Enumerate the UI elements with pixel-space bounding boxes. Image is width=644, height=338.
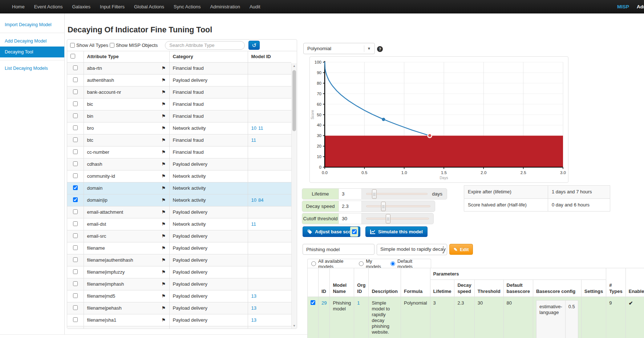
attribute-row-checkbox[interactable]	[73, 113, 78, 118]
spinner-up-icon[interactable]: ▲	[442, 245, 445, 248]
radio-all-available-models[interactable]	[311, 261, 316, 266]
attribute-row-checkbox[interactable]	[73, 221, 78, 226]
attribute-row-checkbox[interactable]	[73, 185, 78, 190]
slider-value-input-decay-speed[interactable]	[339, 201, 362, 212]
edit-model-button[interactable]: ✎ Edit	[449, 244, 473, 255]
misp-logo[interactable]: MISP	[617, 4, 629, 9]
attribute-model-id-cell: 1011	[248, 122, 291, 134]
show-misp-objects-checkbox[interactable]	[110, 43, 114, 48]
attribute-row-checkbox[interactable]	[73, 293, 78, 298]
search-attribute-type-input[interactable]	[165, 41, 245, 50]
threshold-crossing-marker[interactable]	[428, 134, 432, 138]
model-id-link-13[interactable]: 13	[251, 317, 256, 323]
model-id-link-13[interactable]: 13	[251, 305, 256, 311]
sidebar-item-decaying-tool[interactable]: Decaying Tool	[0, 47, 64, 57]
show-all-types-checkbox[interactable]	[70, 43, 75, 48]
attribute-row-checkbox[interactable]	[73, 269, 78, 274]
attribute-row-checkbox[interactable]	[73, 197, 78, 202]
model-id-link-10[interactable]: 10	[251, 125, 256, 131]
nav-item-administration[interactable]: Administration	[206, 4, 245, 9]
slider-handle-cutoff-threshold[interactable]	[386, 214, 390, 224]
col-header-formula: Formula	[401, 268, 430, 297]
nav-item-event-actions[interactable]: Event Actions	[29, 4, 68, 9]
nav-item-home[interactable]: Home	[7, 4, 29, 9]
attribute-row-checkbox[interactable]	[73, 317, 78, 322]
slider-track-lifetime[interactable]	[366, 193, 428, 195]
attribute-model-id-cell	[248, 278, 291, 290]
history-refresh-icon: ↺	[252, 42, 257, 48]
resize-grip-icon[interactable]: ◢	[442, 251, 444, 254]
basescore-config-value: 0.5	[565, 301, 578, 338]
nav-item-galaxies[interactable]: Galaxies	[67, 4, 95, 9]
model-id-link-13[interactable]: 13	[251, 293, 256, 299]
sidebar-section-divider	[0, 60, 64, 60]
attribute-row-checkbox[interactable]	[73, 89, 78, 94]
model-id-link-11[interactable]: 11	[258, 125, 263, 131]
attribute-type-label: btc	[87, 137, 93, 143]
attribute-category-cell: Network activity	[169, 194, 248, 206]
radio-default-models[interactable]	[390, 261, 395, 266]
sidebar-item-list-decaying-models[interactable]: List Decaying Models	[0, 63, 64, 74]
y-tick-label: 60	[317, 102, 321, 106]
formula-select[interactable]: Polynomial ▼	[303, 43, 375, 54]
slider-handle-decay-speed[interactable]	[381, 202, 386, 211]
slider-track-decay-speed[interactable]	[366, 205, 430, 207]
attribute-row-checkbox[interactable]	[73, 209, 78, 214]
curve-point-marker[interactable]	[382, 118, 385, 121]
model-id-link[interactable]: 29	[321, 300, 327, 306]
attribute-row-checkbox[interactable]	[73, 257, 78, 262]
nav-item-global-actions[interactable]: Global Actions	[129, 4, 169, 9]
attribute-row-checkbox[interactable]	[73, 281, 78, 286]
nav-item-input-filters[interactable]: Input Filters	[95, 4, 129, 9]
sidebar-item-import-decaying-model[interactable]: Import Decaying Model	[0, 19, 64, 30]
col-header-threshold: Threshold	[474, 280, 503, 297]
user-menu[interactable]: Admin	[637, 4, 644, 9]
model-id-link-11[interactable]: 11	[251, 137, 256, 143]
model-id-link-84[interactable]: 84	[258, 197, 263, 203]
model-row-checkbox[interactable]	[311, 300, 315, 305]
attribute-row-checkbox[interactable]	[73, 77, 78, 82]
select-all-checkbox[interactable]	[70, 54, 75, 59]
model-row: 29 Phishing model 1 Simple model to rapi…	[308, 297, 644, 338]
slider-track-cutoff-threshold[interactable]	[366, 218, 429, 220]
help-icon[interactable]: ?	[377, 46, 383, 52]
slider-row-decay-speed: Decay speed	[302, 201, 435, 212]
model-name-input[interactable]	[303, 244, 374, 255]
attribute-row-checkbox[interactable]	[73, 245, 78, 250]
scrollbar-thumb[interactable]	[292, 70, 296, 131]
attribute-row-checkbox[interactable]	[73, 173, 78, 178]
model-id-link-10[interactable]: 10	[251, 197, 256, 203]
textarea-scrollbar: ▲ ◢	[441, 245, 446, 254]
scroll-down-arrow-icon[interactable]: ▼	[292, 323, 297, 329]
nav-item-audit[interactable]: Audit	[245, 4, 265, 9]
show-misp-objects-label: Show MISP Objects	[116, 43, 158, 48]
slider-value-input-cutoff-threshold[interactable]	[339, 213, 362, 224]
org-id-link[interactable]: 1	[357, 300, 360, 306]
attribute-model-id-cell	[248, 158, 291, 170]
attribute-row-checkbox[interactable]	[73, 149, 78, 154]
attribute-row-checkbox[interactable]	[73, 65, 78, 70]
slider-handle-lifetime[interactable]	[372, 189, 377, 199]
attribute-row-checkbox[interactable]	[73, 233, 78, 238]
attribute-row-checkbox[interactable]	[73, 305, 78, 310]
attribute-row-checkbox[interactable]	[73, 101, 78, 106]
attribute-row-checkbox[interactable]	[73, 161, 78, 166]
attribute-category-cell: Financial fraud	[169, 110, 248, 122]
scroll-up-arrow-icon[interactable]: ▲	[292, 64, 297, 69]
refresh-button[interactable]: ↺	[248, 41, 260, 50]
y-axis-label: Score	[311, 110, 315, 120]
attribute-category-cell: Financial fraud	[169, 134, 248, 146]
nav-item-sync-actions[interactable]: Sync Actions	[169, 4, 205, 9]
attribute-category-cell: Payload delivery	[169, 158, 248, 170]
attribute-row-checkbox[interactable]	[73, 137, 78, 142]
sidebar-item-add-decaying-model[interactable]: Add Decaying Model	[0, 36, 64, 47]
summary-label: Score halved after (Half-life)	[464, 199, 548, 211]
model-id-link-11[interactable]: 11	[251, 221, 256, 227]
model-description-text: Simple model to rapidly decay	[380, 246, 446, 252]
attribute-row-checkbox[interactable]	[73, 125, 78, 130]
model-description-textarea[interactable]: Simple model to rapidly decay ▲ ◢	[377, 244, 447, 255]
simulate-model-button[interactable]: Simulate this model	[365, 226, 428, 237]
slider-value-input-lifetime[interactable]	[339, 189, 362, 199]
adjust-base-score-checkbox[interactable]	[352, 229, 357, 234]
radio-my-models[interactable]	[359, 261, 364, 266]
